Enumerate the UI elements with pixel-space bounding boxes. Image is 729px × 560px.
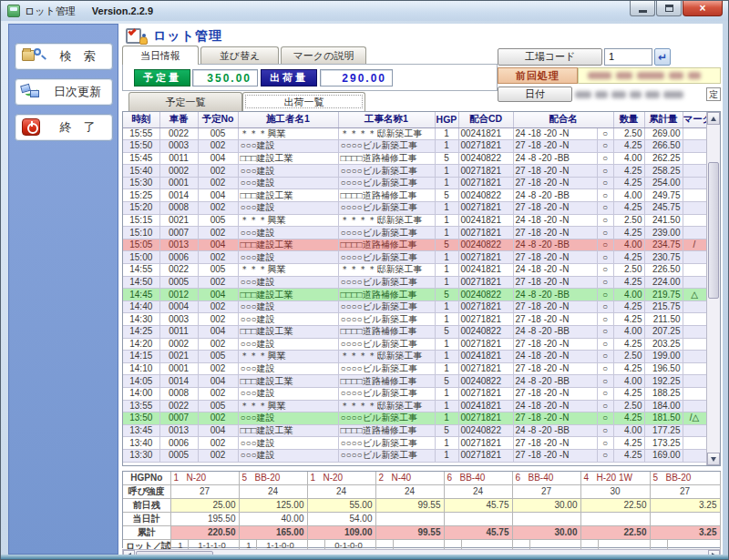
table-row[interactable]: 15:150021005＊＊＊興業＊＊＊＊邸新築工事10024182124 -1… [123,214,706,227]
cell: 269.00 [644,127,683,140]
table-row[interactable]: 15:100007002○○○建設○○○○ビル新築工事10027182127 -… [123,227,706,239]
maximize-button[interactable] [656,1,682,16]
table-row[interactable]: 14:200002002○○○建設○○○○ビル新築工事10027182127 -… [123,338,706,351]
table-row[interactable]: 14:500005002○○○建設○○○○ビル新築工事10027182127 -… [123,276,706,289]
minimize-button[interactable] [630,1,655,16]
cell: 0011 [159,326,198,339]
cell: 4.25 [613,140,644,153]
cell: ○○○建設 [238,276,338,289]
cell [683,177,706,189]
table-row[interactable]: 15:250014004□□□建設工業□□□□道路補修工事50024082224… [123,189,706,202]
table-row[interactable]: 13:450013004□□□建設工業□□□□道路補修工事50024082224… [123,424,706,437]
cell: □□□建設工業 [238,152,338,165]
table-row[interactable]: 15:400002002○○○建設○○○○ビル新築工事10027182127 -… [123,165,706,178]
cell: 258.25 [644,165,683,178]
cell [683,276,706,289]
triangle-down-icon [711,457,716,462]
exit-button[interactable]: 終 了 [15,114,113,141]
summary-cell: 30 [580,484,650,498]
cell: □□□□道路補修工事 [338,239,435,251]
factory-code-input[interactable]: 1 [604,48,652,66]
cell: 13:55 [123,400,159,412]
cell [683,127,706,140]
cell: 27 -18 -20 -N [513,165,597,178]
table-row[interactable]: 13:300005002○○○建設○○○○ビル新築工事10027182127 -… [123,449,706,462]
tab-mark-legend[interactable]: マークの説明 [281,46,366,65]
table-row[interactable]: 14:300003002○○○建設○○○○ビル新築工事10027182127 -… [123,313,706,326]
cell [683,351,706,363]
cell: ○ [597,140,613,153]
cell: 14:45 [123,289,159,301]
cell: ＊＊＊＊邸新築工事 [338,127,435,140]
scroll-down-button[interactable] [707,453,720,465]
cell: 24 -8 -20 -BB [513,289,597,301]
redacted-blob [637,72,664,79]
cell: 5 [435,239,458,251]
cell: 14:40 [123,300,159,313]
table-row[interactable]: 15:200008002○○○建設○○○○ビル新築工事10027182127 -… [123,202,706,215]
cell: 00271821 [458,227,513,239]
enter-button[interactable]: ↵ [654,48,671,66]
cell: 207.25 [644,326,683,339]
cell: 1 [435,449,458,462]
shipment-table-container: 時刻 車番 予定No 施工者名1 工事名称1 HGP 配合CD 配合名 数量 累… [122,111,721,466]
table-row[interactable]: 13:550022005＊＊＊興業＊＊＊＊邸新築工事10024182124 -1… [123,400,706,412]
table-row[interactable]: 14:050014004□□□建設工業□□□□道路補修工事50024082224… [123,375,706,388]
table-row[interactable]: 14:250011004□□□建設工業□□□□道路補修工事50024082224… [123,326,706,339]
tab-shipment-list[interactable]: 出荷一覧 [242,92,365,111]
cell: 0008 [159,202,198,215]
summary-cell: 6BB-40 [512,472,580,484]
vertical-scrollbar[interactable] [706,112,720,465]
summary-label-strength: 呼び強度 [123,484,170,498]
cell: 0007 [159,227,198,239]
cell: 00271821 [458,313,513,326]
table-row[interactable]: 15:050013004□□□建設工業□□□□道路補修工事50024082224… [123,239,706,251]
cell: 27 -18 -20 -N [513,227,597,239]
factory-code-button[interactable]: 工場コード [498,48,602,66]
redacted-blob [645,91,660,98]
cell: 199.00 [644,351,683,363]
cell: □□□建設工業 [238,424,338,437]
cell: 215.75 [644,300,683,313]
cell: / [683,239,706,251]
cell: ○○○○ビル新築工事 [338,387,435,400]
table-row[interactable]: 15:300001002○○○建設○○○○ビル新築工事10027182127 -… [123,177,706,189]
cell: ○ [597,400,613,412]
search-button[interactable]: 検 索 [15,43,113,70]
table-row[interactable]: 15:450011004□□□建設工業□□□□道路補修工事50024082224… [123,152,706,165]
cell: ○ [597,165,613,178]
table-row[interactable]: 14:150021005＊＊＊興業＊＊＊＊邸新築工事10024182124 -1… [123,351,706,363]
tab-sort[interactable]: 並び替え [200,46,279,65]
table-row[interactable]: 13:400006002○○○建設○○○○ビル新築工事10027182127 -… [123,437,706,450]
titlebar[interactable]: ロット管理 Version.2.2.9 × [1,1,728,21]
table-row[interactable]: 14:450012004□□□建設工業□□□□道路補修工事50024082224… [123,289,706,301]
cell: 14:20 [123,338,159,351]
cell: ○○○建設 [238,437,338,450]
close-button[interactable]: × [683,1,723,16]
cell: 4.25 [613,387,644,400]
table-row[interactable]: 14:400004002○○○建設○○○○ビル新築工事10027182127 -… [123,300,706,313]
cell: 14:05 [123,375,159,388]
tab-planned-list[interactable]: 予定一覧 [128,92,242,111]
daily-update-button[interactable]: 日次更新 [15,78,113,106]
table-row[interactable]: 14:000008002○○○建設○○○○ビル新築工事10027182127 -… [123,387,706,400]
table-row[interactable]: 15:000006002○○○建設○○○○ビル新築工事10027182127 -… [123,251,706,264]
table-row[interactable]: 13:500007002○○○建設○○○○ビル新築工事10027182127 -… [123,412,706,425]
table-row[interactable]: 15:500003002○○○建設○○○○ビル新築工事10027182127 -… [123,140,706,153]
tab-today-info[interactable]: 当日情報 [122,46,199,65]
table-row[interactable]: 15:550022005＊＊＊興業＊＊＊＊邸新築工事10024182124 -1… [123,127,706,140]
cell: 002 [198,251,238,264]
cell: 14:50 [123,276,159,289]
cell: 0013 [159,424,198,437]
summary-cell: 45.75 [444,525,512,539]
cell: 181.50 [644,412,683,425]
date-button[interactable]: 日付 [498,87,572,102]
network-sync-icon [21,83,43,101]
scroll-up-button[interactable] [707,112,720,125]
vertical-scroll-thumb[interactable] [708,162,719,299]
table-row[interactable]: 14:100001002○○○建設○○○○ビル新築工事10027182127 -… [123,362,706,375]
table-row[interactable]: 14:550022005＊＊＊興業＊＊＊＊邸新築工事10024182124 -1… [123,264,706,277]
cell: 234.75 [644,239,683,251]
col-contractor: 施工者名1 [238,112,338,127]
cell: ○ [597,362,613,375]
